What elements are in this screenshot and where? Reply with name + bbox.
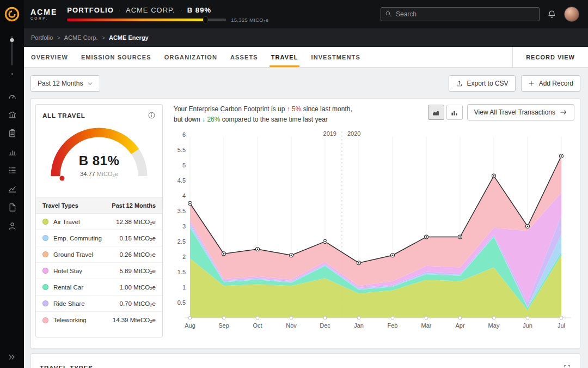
brand-block[interactable]: ACME CORP. <box>30 8 57 21</box>
travel-type-row: Rental Car1.00 MtCO₂e <box>36 279 162 295</box>
meter-thumb[interactable] <box>203 16 208 23</box>
breadcrumb-company[interactable]: ACME Corp. <box>64 34 98 41</box>
svg-text:2.5: 2.5 <box>177 238 186 245</box>
tab-travel[interactable]: TRAVEL <box>265 47 305 67</box>
travel-type-value: 0.15 MtCO₂e <box>120 235 156 242</box>
gauge-icon[interactable] <box>6 90 18 102</box>
meter-fill <box>67 19 205 21</box>
meter-value-label: 15,325 MtCO₂e <box>231 17 268 23</box>
breadcrumb-separator: > <box>57 34 60 41</box>
travel-type-row: Hotel Stay5.89 MtCO₂e <box>36 263 162 279</box>
legend-dot <box>42 300 48 306</box>
travel-type-row: Teleworking14.39 MteCO₂e <box>36 312 162 328</box>
export-csv-button[interactable]: Export to CSV <box>449 75 516 92</box>
travel-type-label: Ground Travel <box>53 251 93 258</box>
svg-text:Feb: Feb <box>388 322 398 329</box>
tab-bar: OVERVIEWEMISSION SOURCESORGANIZATIONASSE… <box>24 47 588 68</box>
brand-name: ACME <box>30 8 57 16</box>
svg-text:Aug: Aug <box>185 322 195 329</box>
clipboard-icon[interactable] <box>6 127 18 139</box>
search-box <box>381 7 540 21</box>
emissions-meter[interactable] <box>67 19 226 21</box>
travel-score-gauge: B 81% 34.77 MtCO₂e <box>36 122 162 197</box>
travel-types-section-title: TRAVEL TYPES <box>40 365 93 368</box>
export-icon <box>456 80 463 87</box>
svg-text:2020: 2020 <box>347 130 360 137</box>
travel-type-label: Rental Car <box>53 284 83 291</box>
period-selector[interactable]: Past 12 Months <box>30 75 100 92</box>
insight-text: Your Enterprise Carbon Footprint is up ↑… <box>174 104 352 125</box>
svg-text:2019: 2019 <box>323 130 336 137</box>
svg-text:1.5: 1.5 <box>177 269 186 275</box>
analytics-icon[interactable] <box>6 146 18 158</box>
legend-dot <box>42 268 48 274</box>
travel-type-value: 14.39 MteCO₂e <box>113 317 156 323</box>
company-label[interactable]: ACME CORP. <box>126 6 175 14</box>
travel-type-label: Emp. Commuting <box>53 235 102 242</box>
svg-text:Oct: Oct <box>253 322 262 329</box>
emissions-area-chart[interactable]: 201920200.511.522.533.544.555.56AugSepOc… <box>174 128 578 333</box>
travel-type-value: 12.38 MtCO₂e <box>116 219 156 225</box>
travel-dashboard-card: ALL TRAVEL B 81% 34.77 MtCO₂e Travel Typ… <box>30 98 580 349</box>
left-nav-rail <box>0 0 24 368</box>
svg-text:Dec: Dec <box>320 322 330 329</box>
avatar[interactable] <box>564 7 579 22</box>
tab-emission-sources[interactable]: EMISSION SOURCES <box>75 47 158 67</box>
legend-dot <box>42 235 48 241</box>
chart-type-toggle-group <box>428 105 463 120</box>
zoom-slider[interactable] <box>11 36 13 65</box>
insight-line1: Your Enterprise Carbon Footprint is up <box>174 105 285 113</box>
travel-type-value: 5.89 MtCO₂e <box>120 268 156 274</box>
legend-dot <box>42 284 48 290</box>
svg-text:Jan: Jan <box>354 322 364 329</box>
view-all-transactions-button[interactable]: View All Travel Transactions <box>467 104 574 120</box>
logo-cell <box>0 0 24 28</box>
user-icon[interactable] <box>6 220 18 232</box>
insight-line2: but down <box>174 116 200 123</box>
building-icon[interactable] <box>6 108 18 120</box>
gauge-grade: B 81% <box>36 153 162 168</box>
svg-text:2: 2 <box>182 254 186 260</box>
tab-overview[interactable]: OVERVIEW <box>24 47 75 67</box>
expand-icon[interactable] <box>563 364 571 368</box>
trend-icon[interactable] <box>6 183 18 195</box>
insight-line1-post: since last month, <box>303 105 352 113</box>
travel-types-table: Travel Types Past 12 Months Air Travel12… <box>36 197 162 328</box>
breadcrumb-portfolio[interactable]: Portfolio <box>31 34 53 41</box>
chevrons-right-icon[interactable] <box>8 353 16 361</box>
tab-organization[interactable]: ORGANIZATION <box>158 47 224 67</box>
svg-text:1: 1 <box>182 284 186 291</box>
svg-text:Jun: Jun <box>523 322 532 329</box>
add-record-button[interactable]: Add Record <box>521 75 580 92</box>
travel-type-value: 0.26 MtCO₂e <box>120 251 156 258</box>
document-icon[interactable] <box>6 201 18 213</box>
tab-investments[interactable]: INVESTMENTS <box>304 47 366 67</box>
slider-knob[interactable] <box>10 38 14 42</box>
bar-chart-toggle[interactable] <box>446 105 463 120</box>
record-view-button[interactable]: RECORD VIEW <box>512 47 588 67</box>
up-indicator: ↑ 5% <box>287 105 302 113</box>
travel-type-row: Air Travel12.38 MtCO₂e <box>36 214 162 230</box>
acme-logo[interactable] <box>4 6 20 22</box>
legend-dot <box>42 251 48 257</box>
bar-chart-icon <box>450 108 458 117</box>
gauge-unit: MtCO₂e <box>97 171 118 177</box>
travel-type-label: Ride Share <box>53 300 85 307</box>
tab-assets[interactable]: ASSETS <box>224 47 265 67</box>
bell-icon[interactable] <box>547 10 556 19</box>
view-all-label: View All Travel Transactions <box>474 108 555 116</box>
svg-text:May: May <box>488 322 500 329</box>
svg-text:Apr: Apr <box>455 322 464 329</box>
brand-subtitle: CORP. <box>30 17 57 21</box>
portfolio-label[interactable]: PORTFOLIO <box>67 6 114 14</box>
nav-dot <box>11 73 13 75</box>
svg-text:5.5: 5.5 <box>177 147 186 153</box>
area-chart-toggle[interactable] <box>428 105 444 120</box>
toolbar: Past 12 Months Export to CSV Add Record <box>30 75 580 92</box>
svg-text:4: 4 <box>182 192 186 199</box>
svg-text:Nov: Nov <box>286 322 297 329</box>
search-input[interactable] <box>381 7 540 21</box>
info-icon[interactable] <box>148 111 156 119</box>
tasks-icon[interactable] <box>6 164 18 176</box>
svg-text:6: 6 <box>182 131 186 138</box>
